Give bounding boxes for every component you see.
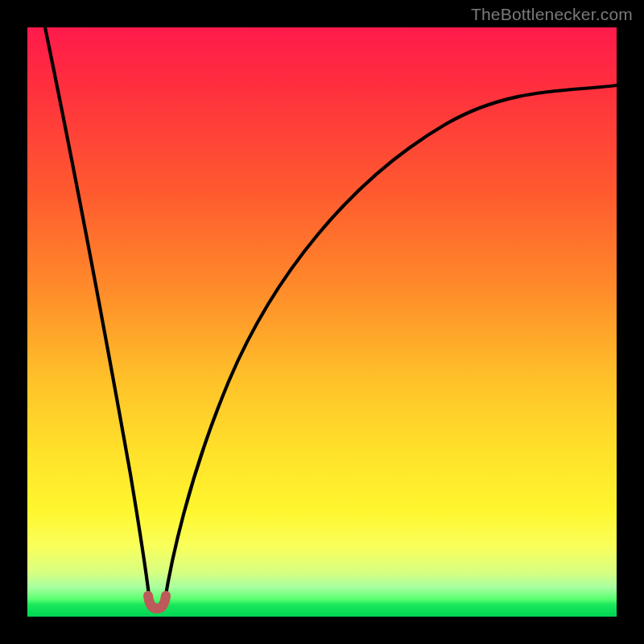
watermark-text: TheBottlenecker.com bbox=[471, 5, 633, 24]
valley-marker bbox=[148, 596, 166, 609]
curve-right-branch bbox=[164, 85, 617, 605]
curve-layer bbox=[27, 27, 617, 617]
chart-frame: TheBottlenecker.com bbox=[0, 0, 644, 644]
curve-left-branch bbox=[45, 27, 151, 605]
plot-area bbox=[27, 27, 617, 617]
